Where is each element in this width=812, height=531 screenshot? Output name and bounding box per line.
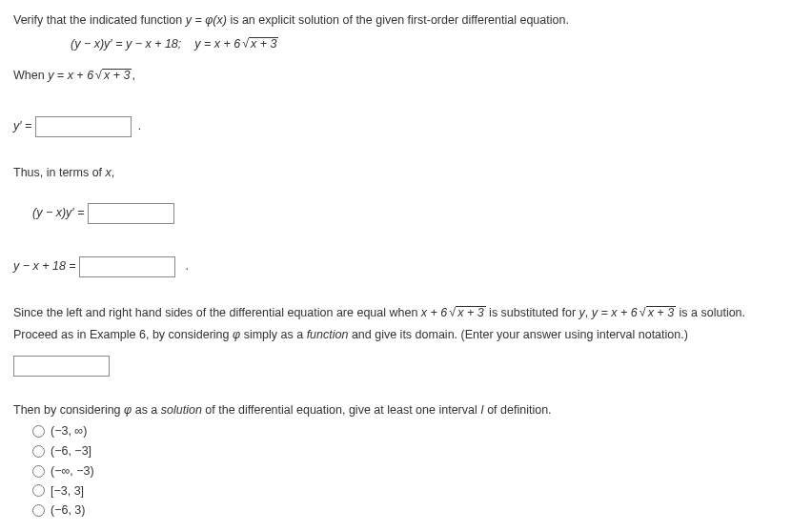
thus-text: Thus, in terms of (13, 166, 106, 179)
intro-line: Verify that the indicated function y = φ… (13, 11, 799, 30)
ode-rhs-prefix: y = x + 6 (194, 37, 240, 51)
intro-text: Verify that the indicated function (13, 13, 186, 27)
radio-1[interactable] (32, 425, 45, 438)
option-4[interactable]: [−3, 3] (32, 482, 799, 500)
sqrt-content: x + 3 (646, 306, 676, 319)
since-b: x + 6 (421, 306, 447, 319)
radio-3[interactable] (32, 465, 45, 478)
sqrt-icon: x + 3 (638, 304, 676, 322)
option-2-label: (−6, −3] (51, 442, 91, 460)
option-5-label: (−6, 3) (51, 501, 85, 520)
sqrt-icon: x + 3 (240, 35, 278, 53)
line-a-lhs: (y − x)y′ = (32, 206, 84, 219)
intro-mid: is an explicit solution of the given fir… (227, 13, 569, 27)
option-4-label: [−3, 3] (51, 482, 84, 500)
when-suffix: , (132, 69, 134, 82)
since-d: , (585, 306, 592, 319)
option-3[interactable]: (−∞, −3) (32, 462, 799, 480)
period: . (179, 259, 189, 273)
line-a-input[interactable] (88, 203, 174, 224)
option-1-label: (−3, ∞) (51, 422, 87, 440)
phi: φ (233, 328, 240, 341)
since-e: y = x + 6 (592, 306, 638, 319)
since-g: is a solution. (676, 306, 745, 319)
then-a: Then by considering (13, 403, 124, 417)
when-prefix: When (13, 69, 48, 82)
proceed-line: Proceed as in Example 6, by considering … (13, 326, 799, 344)
yprime-label: y′ = (13, 120, 31, 133)
radio-5[interactable] (32, 504, 45, 517)
solution-word: solution (161, 403, 202, 417)
thus-line: Thus, in terms of x, (13, 164, 799, 182)
thus-comma: , (112, 166, 114, 179)
then-c: of the differential equation, give at le… (202, 403, 480, 417)
proceed-c: and give its domain. (Enter your answer … (348, 328, 687, 341)
since-c: is substituted for (486, 306, 579, 319)
option-1[interactable]: (−3, ∞) (32, 422, 799, 440)
line-a: (y − x)y′ = (32, 203, 799, 224)
line-b-lhs: y − x + 18 = (13, 259, 76, 273)
domain-input[interactable] (13, 356, 110, 377)
sqrt-content: x + 3 (102, 69, 132, 82)
option-3-label: (−∞, −3) (51, 462, 94, 480)
then-d: of definition. (484, 403, 552, 417)
when-y: y = x + 6 (48, 69, 93, 82)
when-line: When y = x + 6x + 3, (13, 67, 799, 85)
y-eq-phi: y = φ(x) (186, 13, 227, 27)
yprime-row: y′ = . (13, 116, 799, 137)
phi2: φ (124, 403, 132, 417)
since-a: Since the left and right hand sides of t… (13, 306, 421, 319)
domain-row (13, 356, 799, 377)
then-line: Then by considering φ as a solution of t… (13, 401, 799, 419)
sqrt-icon: x + 3 (93, 67, 132, 85)
radio-2[interactable] (32, 445, 45, 458)
option-2[interactable]: (−6, −3] (32, 442, 799, 460)
equation-line: (y − x)y′ = y − x + 18; y = x + 6x + 3 (71, 35, 799, 53)
options-group: (−3, ∞) (−6, −3] (−∞, −3) [−3, 3] (−6, 3… (32, 422, 799, 520)
proceed-b: simply as a (240, 328, 306, 341)
sqrt-content: x + 3 (249, 37, 278, 51)
radio-4[interactable] (32, 484, 45, 497)
period: . (134, 120, 141, 133)
sqrt-content: x + 3 (456, 306, 485, 319)
line-b-input[interactable] (79, 256, 175, 277)
line-b: y − x + 18 = . (13, 256, 799, 277)
then-b: as a (132, 403, 161, 417)
option-5[interactable]: (−6, 3) (32, 501, 799, 520)
since-line: Since the left and right hand sides of t… (13, 304, 799, 322)
sqrt-icon: x + 3 (447, 304, 485, 322)
yprime-input[interactable] (35, 116, 132, 137)
proceed-a: Proceed as in Example 6, by considering (13, 328, 233, 341)
function-word: function (307, 328, 349, 341)
ode-lhs: (y − x)y′ = y − x + 18; (71, 37, 181, 51)
